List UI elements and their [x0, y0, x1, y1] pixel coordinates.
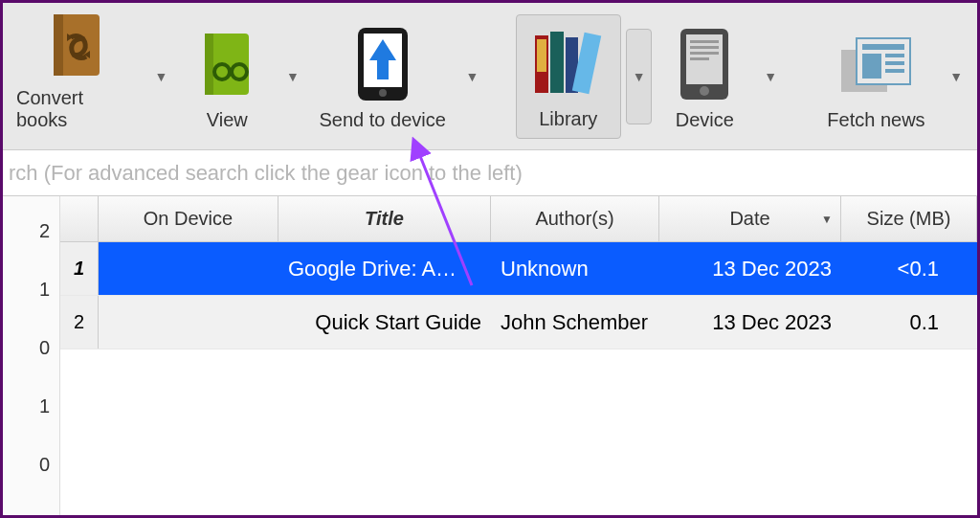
table-row[interactable]: 2 Quick Start Guide John Schember 13 Dec…: [60, 296, 977, 349]
cell-title: Quick Start Guide: [278, 296, 491, 349]
yaxis-tick: 1: [39, 395, 50, 417]
svg-rect-24: [862, 54, 881, 79]
device-icon: [677, 27, 732, 101]
svg-rect-3: [205, 34, 213, 95]
cell-on-device: [99, 296, 278, 349]
svg-rect-23: [862, 44, 904, 50]
chevron-down-icon: ▼: [633, 69, 646, 84]
toolbar: Convert books ▼ View ▼ Send to device ▼: [3, 3, 977, 150]
svg-rect-27: [885, 69, 904, 73]
svg-point-8: [379, 89, 387, 97]
yaxis-tick: 2: [39, 220, 50, 242]
svg-rect-16: [690, 40, 719, 43]
svg-rect-18: [690, 52, 719, 55]
cell-title: Google Drive: A…: [278, 242, 491, 295]
rownum-header[interactable]: [60, 196, 99, 241]
cell-author: John Schember: [491, 296, 659, 349]
yaxis-tick: 0: [39, 337, 50, 359]
library-button[interactable]: Library: [516, 14, 621, 139]
column-authors[interactable]: Author(s): [491, 196, 659, 241]
svg-point-20: [700, 86, 709, 96]
row-number: 1: [60, 242, 99, 295]
chevron-down-icon: ▼: [764, 69, 777, 84]
tool-label: Send to device: [320, 109, 446, 131]
cell-size: <0.1: [841, 242, 977, 295]
library-dropdown[interactable]: ▼: [626, 29, 653, 124]
svg-rect-10: [537, 39, 546, 72]
device-button[interactable]: Device: [657, 14, 752, 139]
table-row[interactable]: 1 Google Drive: A… Unknown 13 Dec 2023 <…: [60, 242, 977, 296]
chevron-down-icon: ▼: [466, 69, 479, 84]
column-date[interactable]: Date ▼: [659, 196, 841, 241]
yaxis-tick: 0: [39, 454, 50, 476]
column-size[interactable]: Size (MB): [841, 196, 977, 241]
send-to-device-button[interactable]: Send to device: [311, 14, 455, 139]
search-bar: [3, 150, 977, 196]
tool-label: Fetch news: [827, 109, 924, 131]
search-input[interactable]: [7, 160, 973, 187]
fetch-news-button[interactable]: Fetch news: [813, 14, 938, 139]
convert-dropdown[interactable]: ▼: [148, 29, 175, 124]
content-area: 2 1 0 1 0 On Device Title Author(s) Date…: [3, 196, 977, 515]
column-title[interactable]: Title: [278, 196, 491, 241]
svg-rect-1: [54, 14, 63, 76]
news-icon: [837, 27, 914, 101]
svg-rect-11: [550, 32, 564, 93]
cell-date: 13 Dec 2023: [659, 242, 841, 295]
yaxis-tick: 1: [39, 279, 50, 301]
sort-desc-icon: ▼: [821, 213, 833, 226]
cell-date: 13 Dec 2023: [659, 296, 841, 349]
chevron-down-icon: ▼: [286, 69, 300, 84]
svg-rect-19: [690, 57, 709, 60]
chart-yaxis: 2 1 0 1 0: [3, 196, 60, 515]
view-icon: [201, 27, 253, 101]
column-date-label: Date: [729, 208, 769, 230]
svg-rect-17: [690, 46, 719, 49]
convert-books-button[interactable]: Convert books: [11, 14, 144, 139]
cell-size: 0.1: [841, 296, 977, 349]
send-dropdown[interactable]: ▼: [459, 29, 486, 124]
svg-rect-25: [885, 54, 904, 57]
device-dropdown[interactable]: ▼: [757, 29, 784, 124]
grid-header: On Device Title Author(s) Date ▼ Size (M…: [60, 196, 977, 242]
view-dropdown[interactable]: ▼: [279, 29, 306, 124]
view-button[interactable]: View: [179, 14, 275, 139]
svg-rect-26: [885, 61, 904, 65]
news-dropdown[interactable]: ▼: [943, 29, 969, 124]
library-icon: [531, 26, 606, 101]
cell-on-device: [99, 242, 278, 295]
chevron-down-icon: ▼: [949, 69, 963, 84]
tool-label: View: [207, 109, 248, 131]
send-device-icon: [352, 27, 413, 101]
book-grid: On Device Title Author(s) Date ▼ Size (M…: [60, 196, 977, 515]
row-number: 2: [60, 296, 99, 349]
convert-icon: [48, 11, 105, 79]
tool-label: Library: [539, 108, 597, 130]
tool-label: Convert books: [16, 87, 138, 131]
cell-author: Unknown: [491, 242, 659, 295]
grid-body: 1 Google Drive: A… Unknown 13 Dec 2023 <…: [60, 242, 977, 349]
tool-label: Device: [676, 109, 734, 131]
column-on-device[interactable]: On Device: [99, 196, 278, 241]
chevron-down-icon: ▼: [155, 69, 168, 84]
